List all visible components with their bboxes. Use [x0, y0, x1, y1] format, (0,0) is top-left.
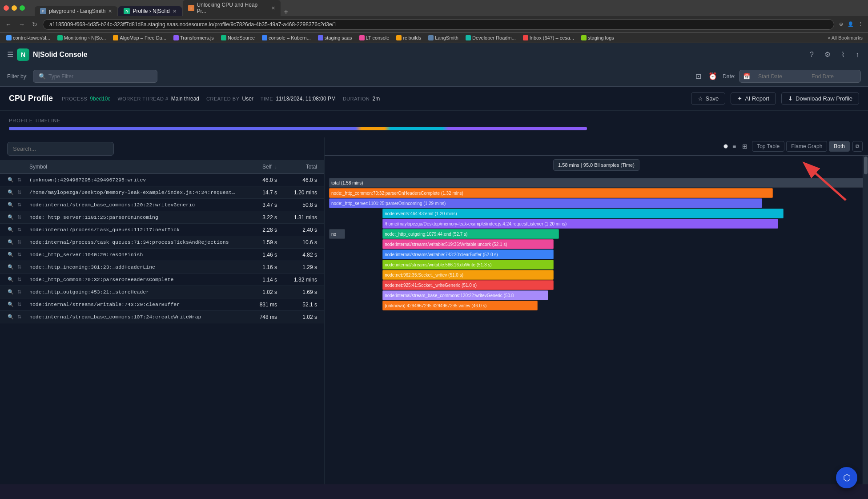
search-symbol-btn[interactable]: 🔍	[7, 239, 14, 245]
flame-block[interactable]: node:internal/streams/writable:586:16:do…	[382, 260, 554, 270]
bookmark-nodesource[interactable]: NodeSource	[218, 34, 257, 41]
search-symbol-btn[interactable]: 🔍	[7, 251, 14, 258]
bookmark-controltower[interactable]: control-tower/sl...	[4, 34, 53, 41]
bookmark-algomap[interactable]: AlgoMap – Free Da...	[110, 34, 169, 41]
settings-btn[interactable]: ⚙	[823, 48, 832, 60]
table-row[interactable]: 🔍 ⇅ node:_http_server:1101:25:parserOnIn…	[0, 211, 324, 224]
table-row[interactable]: 🔍 ⇅ node:_http_incoming:381:23:_addHeade…	[0, 261, 324, 274]
bookmark-ltconsole[interactable]: LT console	[357, 34, 392, 41]
start-date-input[interactable]	[754, 71, 807, 82]
flame-block[interactable]: no	[329, 229, 345, 239]
minimize-window-btn[interactable]	[12, 5, 17, 11]
search-symbol-btn[interactable]: 🔍	[7, 301, 14, 308]
bookmark-inbox[interactable]: Inbox (647) – cesa...	[520, 34, 577, 41]
flame-block[interactable]: (unknown):4294967295:4294967295:writev (…	[382, 301, 538, 310]
filter-symbol-btn[interactable]: ⇅	[17, 239, 22, 245]
bookmark-langsmith[interactable]: LangSmith	[426, 34, 461, 41]
tab-close-active-btn[interactable]: ✕	[173, 8, 177, 14]
flame-block[interactable]: node:net:925:41:Socket._writeGeneric (51…	[382, 280, 554, 290]
list-view-btn[interactable]: ≡	[731, 142, 738, 151]
bookmark-devroadm[interactable]: Developer Roadm...	[463, 34, 518, 41]
bookmark-staging[interactable]: staging saas	[315, 34, 355, 41]
search-symbol-btn[interactable]: 🔍	[7, 264, 14, 270]
history-btn[interactable]: ⏰	[707, 70, 719, 82]
end-date-input[interactable]	[807, 71, 860, 82]
search-symbol-btn[interactable]: 🔍	[7, 177, 14, 183]
copy-btn[interactable]: ⧉	[852, 141, 863, 152]
flame-block[interactable]: node:_http_common:70:32:parserOnHeadersC…	[329, 188, 773, 198]
new-tab-btn[interactable]: +	[281, 8, 291, 16]
bookmark-monitoring[interactable]: Monitoring › N|So...	[55, 34, 109, 41]
back-btn[interactable]: ←	[4, 20, 13, 29]
top-table-mode-btn[interactable]: Top Table	[752, 141, 784, 152]
help-btn[interactable]: ?	[808, 49, 816, 60]
snapshot-btn[interactable]: ⊡	[694, 70, 703, 82]
filter-symbol-btn[interactable]: ⇅	[17, 289, 22, 295]
close-window-btn[interactable]	[4, 5, 9, 11]
filter-symbol-btn[interactable]: ⇅	[17, 177, 22, 183]
flame-block[interactable]: node:internal/stream_base_commons:120:22…	[382, 290, 548, 300]
forward-btn[interactable]: →	[17, 20, 27, 29]
flame-block[interactable]: node:internal/streams/writable:743:20:cl…	[382, 250, 554, 259]
filter-input-wrapper[interactable]: 🔍 Type Filter	[33, 70, 157, 83]
ai-report-button[interactable]: ✦ AI Report	[731, 92, 776, 105]
tab-profile[interactable]: N Profile › N|Solid ✕	[118, 6, 181, 16]
filter-symbol-btn[interactable]: ⇅	[17, 201, 22, 208]
search-symbol-btn[interactable]: 🔍	[7, 201, 14, 208]
flame-block[interactable]: /home/maylopezga/Desktop/memory-leak-exa…	[382, 219, 778, 229]
flame-block[interactable]: total (1.58 mins)	[329, 178, 864, 188]
hamburger-menu-btn[interactable]: ☰	[7, 50, 13, 59]
bookmark-console[interactable]: console – Kubern...	[259, 34, 313, 41]
filter-symbol-btn[interactable]: ⇅	[17, 276, 22, 283]
save-button[interactable]: ☆ Save	[691, 92, 726, 105]
flame-block[interactable]: node:internal/streams/writable:519:36:Wr…	[382, 239, 554, 249]
flame-block[interactable]: node:events:464:43:emit (1.20 mins)	[382, 209, 784, 218]
bookmark-logs[interactable]: staging logs	[579, 34, 617, 41]
table-row[interactable]: 🔍 ⇅ node:internal/process/task_queues:11…	[0, 224, 324, 236]
table-row[interactable]: 🔍 ⇅ node:internal/stream_base_commons:12…	[0, 199, 324, 211]
search-symbol-btn[interactable]: 🔍	[7, 214, 14, 221]
flame-graph-mode-btn[interactable]: Flame Graph	[786, 141, 827, 152]
filter-symbol-btn[interactable]: ⇅	[17, 214, 22, 221]
vertical-scrollbar[interactable]	[863, 156, 868, 484]
filter-symbol-btn[interactable]: ⇅	[17, 189, 22, 196]
flame-block[interactable]: node:_http_server:1101:25:parserOnIncomi…	[329, 198, 762, 208]
filter-symbol-btn[interactable]: ⇅	[17, 264, 22, 270]
table-row[interactable]: 🔍 ⇅ node:_http_common:70:32:parserOnHead…	[0, 274, 324, 286]
filter-symbol-btn[interactable]: ⇅	[17, 314, 22, 320]
flame-graph-container[interactable]: 1.58 mins | 95.0 Bil samples (Time) tota…	[325, 156, 868, 484]
tab-close-article-btn[interactable]: ✕	[271, 5, 275, 11]
bookmarks-overflow[interactable]: » All Bookmarks	[826, 34, 864, 41]
table-row[interactable]: 🔍 ⇅ (unknown):4294967295:4294967295:writ…	[0, 174, 324, 186]
filter-symbol-btn[interactable]: ⇅	[17, 301, 22, 308]
graph-btn[interactable]: ⌇	[840, 48, 847, 60]
timeline-bar[interactable]	[9, 127, 587, 130]
table-row[interactable]: 🔍 ⇅ node:_http_server:1040:20:resOnFinis…	[0, 249, 324, 261]
symbol-search-input[interactable]	[7, 142, 114, 156]
extensions-btn[interactable]: ⊕	[838, 20, 844, 28]
search-symbol-btn[interactable]: 🔍	[7, 189, 14, 196]
filter-symbol-btn[interactable]: ⇅	[17, 251, 22, 258]
user-btn[interactable]: ↑	[854, 49, 861, 60]
search-symbol-btn[interactable]: 🔍	[7, 289, 14, 295]
maximize-window-btn[interactable]	[20, 5, 25, 11]
flame-block[interactable]: node:_http_outgoing:1079:44:end (52.7 s)	[382, 229, 559, 239]
both-mode-btn[interactable]: Both	[829, 141, 850, 152]
table-row[interactable]: 🔍 ⇅ node:internal/process/task_queues:71…	[0, 236, 324, 249]
table-row[interactable]: 🔍 ⇅ node:_http_outgoing:453:21:_storeHea…	[0, 286, 324, 298]
search-symbol-btn[interactable]: 🔍	[7, 276, 14, 283]
tab-article[interactable]: U Unlocking CPU and Heap Pr... ✕	[183, 0, 281, 16]
tab-playground[interactable]: P playground - LangSmith ✕	[35, 6, 117, 16]
more-btn[interactable]: ⋮	[857, 20, 864, 28]
grid-view-btn[interactable]: ⊞	[740, 142, 749, 151]
table-row[interactable]: 🔍 ⇅ node:internal/stream_base_commons:10…	[0, 311, 324, 323]
search-symbol-btn[interactable]: 🔍	[7, 314, 14, 320]
table-row[interactable]: 🔍 ⇅ /home/maylopezga/Desktop/memory-leak…	[0, 186, 324, 199]
tab-close-btn[interactable]: ✕	[108, 8, 112, 14]
scrollbar-thumb[interactable]	[864, 157, 868, 174]
address-input[interactable]	[43, 19, 834, 30]
table-row[interactable]: 🔍 ⇅ node:internal/streams/writable:743:2…	[0, 298, 324, 311]
download-button[interactable]: ⬇ Download Raw Profile	[781, 92, 859, 105]
bookmark-builds[interactable]: rc builds	[394, 34, 424, 41]
reload-btn[interactable]: ↻	[30, 20, 39, 29]
